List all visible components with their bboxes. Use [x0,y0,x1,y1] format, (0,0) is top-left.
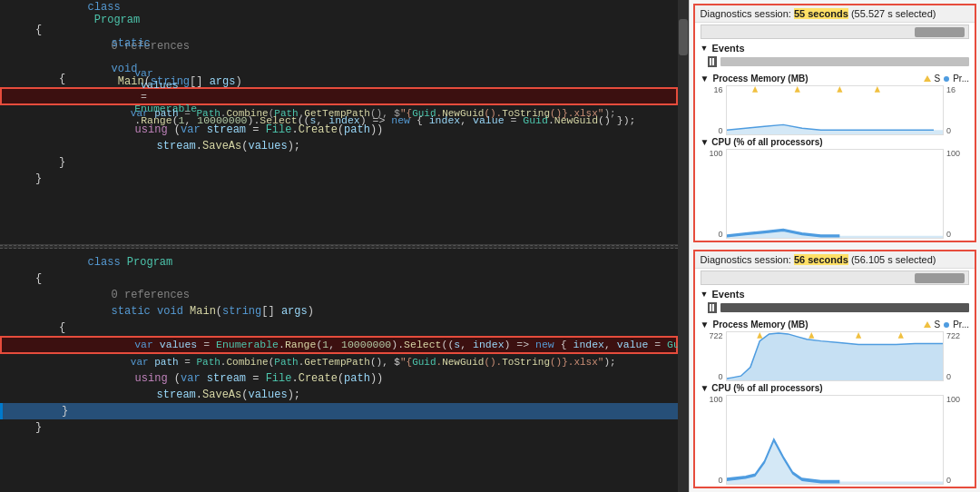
code-section-bottom: class Program { 0 references static void… [0,249,678,493]
collapse-triangle-icon: ▼ [701,44,709,53]
legend-pr-label-2: Pr... [953,320,969,330]
diag-header-top: Diagnostics session: 55 seconds (55.527 … [695,5,975,23]
cpu-title-row: ▼ CPU (% of all processors) [699,135,971,149]
code-line: class Program [0,254,678,271]
code-panel: class Program { 0 references static void… [0,0,678,492]
code-line: stream.SaveAs(values); [0,387,678,403]
scrollbar-thumb[interactable] [679,19,688,55]
cpu-chart-area-2 [726,395,944,485]
events-track-2 [720,303,969,312]
pause-button[interactable] [708,56,717,67]
session-label: Diagnostics session: [701,8,794,19]
memory-chart-area-2 [726,331,944,381]
timeline-thumb-2[interactable] [915,273,965,283]
collapse-memory-icon: ▼ [701,74,710,84]
cpu-section: ▼ CPU (% of all processors) 100 0 100 0 [695,135,975,241]
svg-marker-8 [808,332,814,339]
pause-bar-left [710,58,711,65]
session-selected-2: (56.105 s selected) [851,254,936,265]
memory-min-right-label: 0 [946,126,969,135]
cpu-y-axis-right: 100 0 [944,149,969,239]
memory-chart-svg-2 [727,332,943,380]
timeline-bar-top: 40s [701,25,969,39]
memory-chart-2: 722 0 722 [701,331,969,381]
memory-title-group: ▼ Process Memory (MB) [701,74,808,84]
svg-marker-7 [757,332,762,339]
pause-button-2[interactable] [708,302,717,313]
code-section-top: class Program { 0 references static void… [0,0,678,245]
timeline-bar-bottom: 40s [701,271,969,285]
memory-section-2: ▼ Process Memory (MB) S Pr... 722 0 [695,318,975,381]
session-time-2: 56 seconds [794,254,848,265]
cpu-section-2: ▼ CPU (% of all processors) 100 0 100 [695,381,975,487]
svg-marker-2 [794,86,799,93]
memory-title-row: ▼ Process Memory (MB) S Pr... [699,72,971,85]
memory-max-right-label-2: 722 [946,331,969,340]
events-bar-2 [708,301,969,314]
cpu-title-row-2: ▼ CPU (% of all processors) [699,381,971,395]
collapse-cpu-icon: ▼ [701,137,710,147]
code-line-selected: } [0,403,678,419]
cpu-max-right-label: 100 [946,149,969,158]
diagnostics-panel: Diagnostics session: 55 seconds (55.527 … [689,0,980,492]
memory-max-right-label: 16 [946,85,969,94]
keyword: class [88,1,121,14]
memory-y-axis-right: 16 0 [944,85,969,135]
timeline-thumb[interactable] [915,27,965,37]
legend-pr-label: Pr... [953,74,969,84]
cpu-y-axis-right-2: 100 0 [944,395,969,485]
cpu-max-label: 100 [701,149,723,158]
memory-min-label-2: 0 [701,372,723,381]
code-line: class Program [0,5,678,22]
scrollbar[interactable] [678,0,689,492]
code-line: } [0,419,678,436]
cpu-label-2: CPU (% of all processors) [711,383,822,393]
memory-y-axis-2: 722 0 [701,331,726,381]
cpu-min-right-label-2: 0 [946,476,969,485]
cpu-chart-2: 100 0 100 0 [701,395,969,485]
cpu-label: CPU (% of all processors) [711,137,822,147]
pause-bar-right-2 [712,304,714,311]
legend-s-label: S [935,74,941,84]
svg-marker-11 [727,440,943,485]
memory-min-label: 0 [701,126,723,135]
svg-marker-1 [752,86,758,93]
code-line: } [0,154,678,171]
legend-dot-icon [944,76,949,82]
svg-marker-3 [837,86,842,93]
legend-triangle-icon [924,75,931,82]
memory-section: ▼ Process Memory (MB) S Pr... 16 0 [695,72,975,135]
legend-triangle-icon-2 [924,321,931,328]
code-line: static void Main(string[] args) [0,303,678,320]
memory-chart: 16 0 16 [701,85,969,135]
pause-bar-right [712,58,714,65]
cpu-min-label-2: 0 [701,476,723,485]
memory-label-2: Process Memory (MB) [713,320,808,330]
line-content: } [34,405,678,418]
svg-marker-9 [856,332,861,339]
code-line: stream.SaveAs(values); [0,138,678,154]
cpu-y-axis-2: 100 0 [701,395,726,485]
memory-chart-area [726,85,944,135]
memory-y-axis-right-2: 722 0 [944,331,969,381]
memory-title-row-2: ▼ Process Memory (MB) S Pr... [699,318,971,331]
cpu-min-right-label: 0 [946,230,969,239]
cpu-chart: 100 0 100 0 [701,149,969,239]
cpu-min-label: 0 [701,230,723,239]
legend-s-label-2: S [935,320,941,330]
collapse-triangle-icon-2: ▼ [701,290,709,299]
session-label-2: Diagnostics session: [701,254,794,265]
events-section-label: ▼ Events [695,41,975,55]
cpu-max-label-2: 100 [701,395,723,404]
cpu-chart-area [726,149,944,239]
events-track [720,57,969,66]
events-bar [708,55,969,68]
collapse-memory-icon-2: ▼ [701,320,710,330]
events-label: Events [712,43,745,54]
diag-section-top: Diagnostics session: 55 seconds (55.527 … [693,4,976,242]
memory-max-label: 16 [701,85,723,94]
svg-marker-4 [874,86,879,93]
line-content: } [32,172,678,185]
collapse-cpu-icon-2: ▼ [701,383,710,393]
memory-label: Process Memory (MB) [713,74,808,84]
